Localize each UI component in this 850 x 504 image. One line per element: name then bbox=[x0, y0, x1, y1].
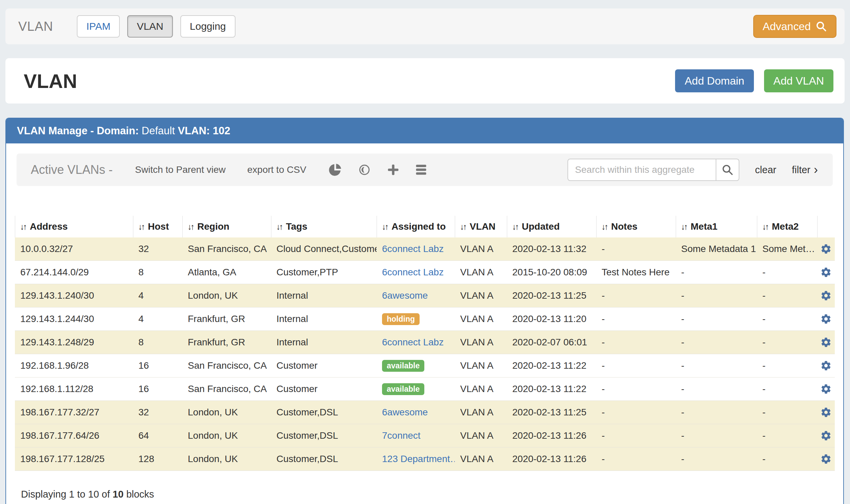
row-actions-gear-icon[interactable] bbox=[817, 290, 835, 301]
cell-meta1: - bbox=[676, 407, 757, 418]
cell-host: 8 bbox=[133, 267, 182, 278]
assigned-to-link[interactable]: 6connect Labz bbox=[382, 244, 444, 254]
tab-logging[interactable]: Logging bbox=[180, 15, 235, 38]
column-header-host[interactable]: ↓↑Host bbox=[133, 216, 182, 237]
cell-notes: - bbox=[596, 430, 676, 441]
plus-icon[interactable] bbox=[387, 163, 400, 176]
cell-meta2: - bbox=[757, 430, 817, 441]
top-navigation-bar: VLAN IPAM VLAN Logging Advanced bbox=[5, 8, 845, 44]
sort-icon: ↓↑ bbox=[276, 222, 282, 232]
pie-chart-icon[interactable] bbox=[328, 163, 342, 177]
cell-host: 64 bbox=[133, 430, 182, 441]
table-row: 67.214.144.0/29 8 Atlanta, GA Customer,P… bbox=[15, 261, 835, 284]
add-vlan-button[interactable]: Add VLAN bbox=[764, 69, 833, 92]
table-row: 198.167.177.64/26 64 London, UK Customer… bbox=[15, 424, 835, 448]
cell-meta2: - bbox=[757, 290, 817, 301]
column-header-address[interactable]: ↓↑Address bbox=[15, 216, 133, 237]
cell-updated: 2020-02-13 11:25 bbox=[507, 407, 596, 418]
cell-meta1: - bbox=[676, 454, 757, 464]
clear-filter-link[interactable]: clear bbox=[755, 164, 776, 176]
sort-icon: ↓↑ bbox=[601, 222, 607, 232]
cell-meta2: - bbox=[757, 383, 817, 394]
panel-header: VLAN Manage - Domain: Default VLAN: 102 bbox=[6, 119, 843, 143]
table-row: 10.0.0.32/27 32 San Francisco, CA Cloud … bbox=[15, 237, 835, 261]
cell-meta2: - bbox=[757, 337, 817, 348]
table-row: 192.168.1.96/28 16 San Francisco, CA Cus… bbox=[15, 354, 835, 378]
sort-icon: ↓↑ bbox=[188, 222, 193, 232]
panel-title-segment: VLAN: 102 bbox=[178, 125, 230, 137]
aggregate-search-input[interactable] bbox=[567, 159, 716, 181]
column-header-vlan[interactable]: ↓↑VLAN bbox=[455, 216, 507, 237]
cell-meta1: - bbox=[676, 290, 757, 301]
row-actions-gear-icon[interactable] bbox=[817, 313, 835, 325]
cell-vlan: VLAN A bbox=[455, 337, 507, 348]
row-actions-gear-icon[interactable] bbox=[817, 243, 835, 255]
switch-to-parent-view-link[interactable]: Switch to Parent view bbox=[135, 164, 226, 175]
assigned-to-link[interactable]: 6connect Labz bbox=[382, 267, 444, 277]
column-header-notes[interactable]: ↓↑Notes bbox=[596, 216, 676, 237]
table-header-row: ↓↑Address ↓↑Host ↓↑Region ↓↑Tags ↓↑Assig… bbox=[15, 216, 835, 237]
cell-notes: - bbox=[596, 454, 676, 464]
cell-meta1: - bbox=[676, 313, 757, 324]
cell-assigned-to: 6connect Labz bbox=[377, 337, 455, 348]
row-actions-gear-icon[interactable] bbox=[817, 360, 835, 372]
cell-host: 4 bbox=[133, 313, 182, 324]
row-actions-gear-icon[interactable] bbox=[817, 407, 835, 418]
aggregate-search-button[interactable] bbox=[716, 159, 739, 181]
cell-assigned-to: 6connect Labz bbox=[377, 244, 455, 254]
cell-updated: 2020-02-13 11:26 bbox=[507, 430, 596, 441]
cell-tags: Customer bbox=[271, 360, 377, 371]
assigned-to-link[interactable]: 6connect Labz bbox=[382, 337, 444, 347]
cell-host: 8 bbox=[133, 337, 182, 348]
cell-address: 129.143.1.240/30 bbox=[15, 290, 133, 301]
column-header-region[interactable]: ↓↑Region bbox=[182, 216, 271, 237]
menu-icon[interactable] bbox=[415, 164, 429, 176]
sort-icon: ↓↑ bbox=[382, 222, 387, 232]
cell-meta1: - bbox=[676, 430, 757, 441]
cell-updated: 2020-02-13 11:22 bbox=[507, 360, 596, 371]
cell-region: London, UK bbox=[182, 407, 271, 418]
cell-updated: 2020-02-13 11:32 bbox=[507, 244, 596, 254]
row-actions-gear-icon[interactable] bbox=[817, 430, 835, 442]
column-header-assigned-to[interactable]: ↓↑Assigned to bbox=[377, 216, 455, 237]
column-header-tags[interactable]: ↓↑Tags bbox=[271, 216, 377, 237]
row-actions-gear-icon[interactable] bbox=[817, 453, 835, 465]
aggregate-search-group bbox=[567, 159, 739, 181]
search-icon bbox=[815, 21, 827, 32]
sort-icon: ↓↑ bbox=[512, 222, 518, 232]
assigned-to-link[interactable]: 7connect bbox=[382, 430, 421, 441]
assigned-to-link[interactable]: 6awesome bbox=[382, 290, 428, 301]
cell-meta1: - bbox=[676, 337, 757, 348]
cell-meta1: - bbox=[676, 383, 757, 394]
row-actions-gear-icon[interactable] bbox=[817, 383, 835, 395]
cell-region: Atlanta, GA bbox=[182, 267, 271, 278]
tab-vlan[interactable]: VLAN bbox=[127, 15, 173, 38]
cell-tags: Internal bbox=[271, 313, 377, 324]
cell-address: 129.143.1.248/29 bbox=[15, 337, 133, 348]
assigned-to-link[interactable]: 6awesome bbox=[382, 407, 428, 417]
cell-address: 192.168.1.96/28 bbox=[15, 360, 133, 371]
advanced-search-button[interactable]: Advanced bbox=[753, 15, 836, 38]
tab-ipam[interactable]: IPAM bbox=[77, 15, 120, 38]
export-to-csv-link[interactable]: export to CSV bbox=[247, 164, 306, 175]
cell-address: 129.143.1.244/30 bbox=[15, 313, 133, 324]
add-domain-button[interactable]: Add Domain bbox=[675, 69, 754, 92]
assigned-to-link[interactable]: 123 Department… bbox=[382, 454, 455, 464]
cell-assigned-to: 6awesome bbox=[377, 290, 455, 301]
filter-link[interactable]: filter › bbox=[792, 164, 818, 176]
sort-icon: ↓↑ bbox=[762, 222, 768, 232]
eye-icon[interactable] bbox=[358, 163, 371, 177]
column-header-updated[interactable]: ↓↑Updated bbox=[507, 216, 596, 237]
cell-meta2: - bbox=[757, 313, 817, 324]
cell-meta1: - bbox=[676, 360, 757, 371]
column-header-meta1[interactable]: ↓↑Meta1 bbox=[676, 216, 757, 237]
row-actions-gear-icon[interactable] bbox=[817, 337, 835, 348]
cell-vlan: VLAN A bbox=[455, 360, 507, 371]
cell-meta2: Some Met… bbox=[757, 244, 817, 254]
cell-vlan: VLAN A bbox=[455, 267, 507, 278]
row-actions-gear-icon[interactable] bbox=[817, 267, 835, 278]
column-header-meta2[interactable]: ↓↑Meta2 bbox=[757, 216, 817, 237]
cell-tags: Customer bbox=[271, 383, 377, 394]
cell-updated: 2020-02-13 11:26 bbox=[507, 454, 596, 464]
table-row: 198.167.177.32/27 32 London, UK Customer… bbox=[15, 401, 835, 424]
